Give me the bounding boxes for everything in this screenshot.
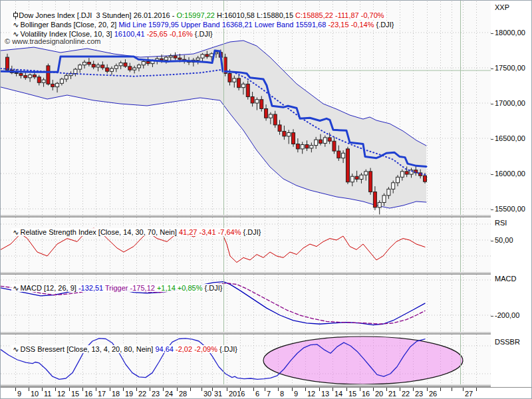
candle-down[interactable] bbox=[405, 172, 408, 174]
candle-up[interactable] bbox=[60, 79, 63, 83]
candle-down[interactable] bbox=[237, 78, 241, 88]
candle-up[interactable] bbox=[110, 68, 113, 71]
candle-down[interactable] bbox=[146, 61, 150, 63]
candle-down[interactable] bbox=[246, 84, 249, 96]
highlight-ellipse[interactable] bbox=[263, 336, 463, 384]
panel-separator-1[interactable] bbox=[1, 215, 491, 217]
candle-up[interactable] bbox=[119, 63, 122, 66]
candle-up[interactable] bbox=[114, 66, 118, 68]
legend-macd-symbol: {.DJI} bbox=[204, 284, 222, 292]
candle-down[interactable] bbox=[278, 125, 281, 132]
legend-rsi-symbol: {.DJI} bbox=[243, 228, 261, 236]
candle-up[interactable] bbox=[83, 63, 86, 65]
candle-down[interactable] bbox=[87, 63, 90, 65]
legend-bollinger-symbol: {.DJI} bbox=[376, 21, 394, 29]
candle-up[interactable] bbox=[56, 83, 59, 86]
candle-down[interactable] bbox=[283, 131, 286, 136]
candle-up[interactable] bbox=[201, 55, 204, 58]
price-axis[interactable]: XXPRSIMACDDSSBR18000,0017500,0017000,001… bbox=[491, 1, 532, 384]
candle-up[interactable] bbox=[196, 58, 200, 60]
candle-up[interactable] bbox=[74, 69, 77, 73]
candle-down[interactable] bbox=[124, 63, 127, 66]
candle-up[interactable] bbox=[65, 76, 68, 79]
legend-row-dss[interactable]: ∿DSS Bressert [Close, 13, 4, 20, 80, Nei… bbox=[3, 336, 239, 362]
candle-down[interactable] bbox=[332, 141, 336, 151]
candle-down[interactable] bbox=[47, 66, 50, 84]
candle-down[interactable] bbox=[296, 144, 299, 148]
candle-up[interactable] bbox=[169, 56, 172, 57]
time-tick-label: 8 bbox=[280, 390, 284, 398]
candle-down[interactable] bbox=[101, 65, 104, 68]
candle-up[interactable] bbox=[233, 78, 236, 82]
candle-up[interactable] bbox=[241, 84, 245, 87]
candle-up[interactable] bbox=[342, 153, 345, 158]
candle-up[interactable] bbox=[360, 175, 363, 179]
candle-up[interactable] bbox=[396, 177, 400, 182]
axis-tick-mark bbox=[292, 388, 293, 391]
candle-down[interactable] bbox=[205, 55, 209, 57]
candle-down[interactable] bbox=[106, 68, 109, 71]
candle-down[interactable] bbox=[355, 176, 358, 179]
axis-tick-mark bbox=[163, 388, 164, 391]
candle-down[interactable] bbox=[260, 100, 263, 109]
candle-down[interactable] bbox=[319, 140, 322, 143]
candle-up[interactable] bbox=[42, 80, 45, 82]
time-tick-label: 31 bbox=[214, 390, 222, 398]
time-axis[interactable]: 9101112151617181922232428303120166789121… bbox=[1, 387, 532, 399]
candle-up[interactable] bbox=[29, 75, 32, 78]
candle-down[interactable] bbox=[178, 58, 182, 59]
candle-down[interactable] bbox=[423, 176, 426, 182]
candle-up[interactable] bbox=[323, 138, 327, 143]
candle-down[interactable] bbox=[373, 192, 376, 207]
candle-up[interactable] bbox=[78, 65, 82, 69]
candle-down[interactable] bbox=[251, 96, 254, 103]
legend-row-macd[interactable]: ∿MACD [12, 26, 9] -132,51 Trigger -175,1… bbox=[3, 275, 223, 301]
candle-up[interactable] bbox=[137, 65, 140, 68]
candle-down[interactable] bbox=[15, 72, 18, 73]
candle-up[interactable] bbox=[382, 196, 386, 203]
panel-separator-3[interactable] bbox=[1, 332, 491, 334]
candle-up[interactable] bbox=[96, 65, 100, 67]
candle-down[interactable] bbox=[37, 77, 41, 82]
candle-down[interactable] bbox=[305, 145, 309, 148]
candle-up[interactable] bbox=[164, 57, 168, 60]
candle-up[interactable] bbox=[392, 183, 395, 190]
candle-up[interactable] bbox=[142, 61, 145, 65]
candle-up[interactable] bbox=[315, 140, 318, 145]
candle-up[interactable] bbox=[378, 202, 381, 207]
panel-separator-2[interactable] bbox=[1, 272, 491, 275]
candle-up[interactable] bbox=[387, 189, 390, 196]
candle-down[interactable] bbox=[19, 73, 23, 75]
axis-tick-mark bbox=[386, 388, 387, 391]
candle-down[interactable] bbox=[33, 75, 36, 77]
candle-down[interactable] bbox=[337, 151, 340, 158]
legend-row-rsi[interactable]: ∿Relative Strength Index [Close, 14, 30,… bbox=[3, 219, 262, 245]
candle-down[interactable] bbox=[51, 84, 55, 86]
candle-down[interactable] bbox=[273, 114, 277, 125]
candle-down[interactable] bbox=[292, 133, 295, 144]
candle-up[interactable] bbox=[133, 68, 136, 70]
candle-down[interactable] bbox=[346, 149, 349, 182]
time-tick-label: 15 bbox=[71, 390, 79, 398]
candle-up[interactable] bbox=[400, 172, 404, 177]
axis-tick-mark bbox=[278, 388, 279, 391]
candle-up[interactable] bbox=[301, 145, 304, 149]
candle-up[interactable] bbox=[310, 146, 313, 148]
candle-down[interactable] bbox=[6, 57, 9, 70]
candle-up[interactable] bbox=[269, 114, 272, 118]
candle-down[interactable] bbox=[328, 138, 331, 141]
axis-tick-mark bbox=[452, 388, 452, 391]
candle-down[interactable] bbox=[128, 66, 132, 70]
candle-down[interactable] bbox=[174, 56, 177, 58]
chart-canvas[interactable] bbox=[1, 1, 491, 385]
candle-down[interactable] bbox=[160, 59, 164, 60]
candle-down[interactable] bbox=[265, 108, 268, 118]
candle-up[interactable] bbox=[350, 176, 354, 182]
candle-up[interactable] bbox=[255, 100, 259, 103]
candle-down[interactable] bbox=[228, 73, 231, 82]
candle-down[interactable] bbox=[24, 76, 27, 78]
candle-down[interactable] bbox=[92, 65, 95, 67]
candle-down[interactable] bbox=[369, 172, 372, 192]
candle-up[interactable] bbox=[364, 172, 368, 175]
candle-up[interactable] bbox=[287, 133, 291, 136]
